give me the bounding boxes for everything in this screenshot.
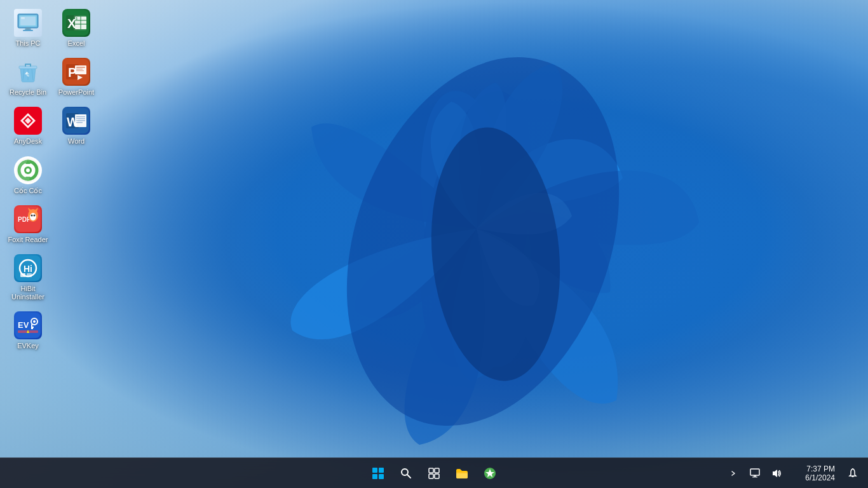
svg-rect-79 — [435, 474, 439, 478]
svg-rect-42 — [31, 328, 33, 329]
search-button[interactable] — [393, 461, 419, 486]
desktop-icon-powerpoint[interactable]: P PowerPoint — [53, 54, 99, 100]
svg-rect-41 — [31, 327, 34, 328]
svg-rect-9 — [23, 30, 33, 31]
svg-rect-72 — [372, 474, 377, 479]
hibit-uninstaller-label: HiBit Uninstaller — [8, 285, 48, 301]
word-icon: W — [62, 107, 90, 135]
excel-label: Excel — [68, 39, 85, 48]
recycle-bin-icon — [14, 58, 42, 86]
file-explorer-button[interactable] — [449, 461, 475, 486]
desktop-icon-hibit-uninstaller[interactable]: Hi HiBit Uninstaller — [5, 250, 51, 305]
svg-rect-35 — [27, 273, 32, 277]
anydesk-icon — [14, 107, 42, 135]
svg-text:EV: EV — [18, 320, 29, 330]
svg-rect-82 — [750, 469, 759, 475]
desktop-icon-excel[interactable]: X $ Excel — [53, 5, 99, 51]
svg-line-75 — [407, 475, 410, 478]
excel-icon: X $ — [62, 9, 90, 37]
taskbar-right: 7:37 PM 6/1/2024 — [723, 463, 863, 484]
genshin-button[interactable] — [477, 461, 503, 486]
svg-rect-77 — [435, 468, 439, 473]
system-tray — [723, 463, 787, 484]
this-pc-label: This PC — [15, 39, 40, 48]
svg-point-29 — [31, 214, 33, 216]
foxit-icon: PDF — [14, 205, 42, 233]
svg-rect-58 — [76, 67, 85, 68]
recycle-bin-label: Recycle Bin — [10, 88, 46, 97]
evkey-icon: EV — [14, 311, 42, 339]
taskbar-center — [365, 461, 503, 486]
desktop-icon-evkey[interactable]: EV EVKey — [5, 308, 51, 354]
taskbar: 7:37 PM 6/1/2024 — [0, 458, 868, 488]
svg-rect-67 — [76, 118, 85, 119]
svg-rect-60 — [76, 71, 84, 72]
foxit-reader-label: Foxit Reader — [8, 236, 48, 244]
anydesk-label: AnyDesk — [14, 137, 42, 146]
desktop-icon-word[interactable]: W Word — [53, 103, 99, 149]
svg-rect-10 — [21, 17, 25, 19]
desktop-icon-anydesk[interactable]: AnyDesk — [5, 103, 51, 149]
start-button[interactable] — [365, 461, 391, 486]
hibit-icon: Hi — [14, 254, 42, 282]
svg-rect-76 — [429, 468, 433, 473]
svg-rect-71 — [379, 468, 384, 473]
clock-time: 7:37 PM — [806, 464, 835, 473]
desktop-icon-coc-coc[interactable]: Cốc Cốc — [5, 152, 51, 199]
coc-coc-label: Cốc Cốc — [14, 187, 42, 195]
this-pc-icon — [14, 9, 42, 37]
svg-point-30 — [34, 214, 36, 216]
svg-point-85 — [852, 468, 853, 470]
powerpoint-icon: P — [62, 58, 90, 86]
svg-rect-68 — [76, 120, 85, 121]
svg-rect-11 — [26, 27, 30, 30]
svg-rect-73 — [379, 474, 384, 479]
svg-rect-80 — [456, 472, 468, 473]
desktop-icon-recycle-bin[interactable]: Recycle Bin — [5, 54, 51, 100]
svg-point-39 — [33, 320, 36, 323]
svg-point-22 — [26, 168, 30, 172]
svg-rect-69 — [76, 122, 83, 123]
desktop-icon-foxit-reader[interactable]: PDF Foxit Reader — [5, 201, 51, 248]
svg-text:X: X — [67, 17, 76, 30]
powerpoint-label: PowerPoint — [58, 88, 94, 97]
svg-text:$: $ — [76, 17, 78, 20]
svg-rect-34 — [20, 273, 25, 277]
svg-rect-70 — [372, 468, 377, 473]
svg-rect-12 — [19, 66, 37, 69]
clock-date: 6/1/2024 — [805, 473, 835, 482]
svg-rect-66 — [76, 116, 85, 118]
svg-text:Hi: Hi — [24, 264, 32, 274]
sound-button[interactable] — [766, 463, 787, 484]
task-view-button[interactable] — [421, 461, 447, 486]
svg-point-26 — [30, 213, 36, 220]
notification-button[interactable] — [843, 463, 863, 484]
svg-rect-83 — [754, 475, 756, 477]
show-hidden-icons-button[interactable] — [723, 463, 743, 484]
coc-coc-icon — [14, 156, 42, 184]
evkey-label: EVKey — [17, 342, 39, 350]
svg-rect-84 — [752, 477, 757, 478]
word-label: Word — [68, 137, 85, 146]
desktop: This PC — [0, 0, 868, 458]
clock-display[interactable]: 7:37 PM 6/1/2024 — [789, 464, 840, 482]
display-button[interactable] — [745, 463, 765, 484]
desktop-icon-this-pc[interactable]: This PC — [5, 5, 51, 51]
svg-rect-78 — [429, 474, 433, 478]
svg-rect-59 — [76, 69, 83, 70]
